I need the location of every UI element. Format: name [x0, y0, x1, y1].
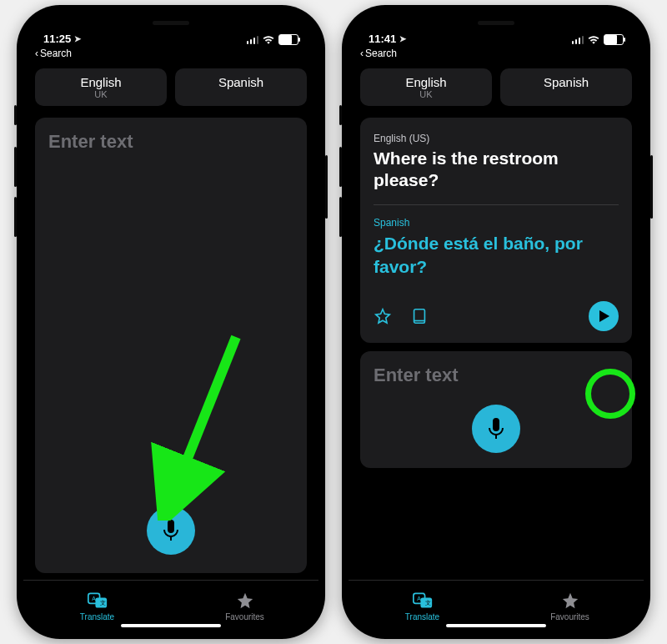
source-language-sublabel: UK	[364, 89, 489, 100]
phone-right: 11:41 ➤ ‹ Search English UK Spanish	[342, 5, 650, 639]
wifi-icon	[263, 35, 274, 44]
signal-icon	[572, 36, 584, 44]
chevron-left-icon: ‹	[35, 48, 38, 59]
star-outline-icon	[374, 307, 392, 325]
back-label: Search	[365, 48, 397, 59]
translation-card: English (US) Where is the restroom pleas…	[360, 118, 632, 343]
home-indicator[interactable]	[446, 624, 546, 628]
back-link[interactable]: ‹ Search	[349, 47, 644, 60]
language-selector-row: English UK Spanish	[349, 60, 644, 118]
input-panel[interactable]: Enter text	[35, 118, 307, 573]
dictionary-button[interactable]	[410, 307, 429, 325]
tab-translate-label: Translate	[405, 612, 439, 621]
target-language-label: Spanish	[504, 75, 629, 89]
target-lang-label: Spanish	[374, 217, 619, 229]
power-button[interactable]	[325, 155, 328, 219]
chevron-left-icon: ‹	[360, 48, 364, 59]
mute-switch[interactable]	[14, 105, 17, 125]
source-language-label: English	[38, 75, 163, 89]
star-icon	[235, 591, 255, 610]
translate-icon: A文	[413, 591, 433, 610]
svg-text:文: 文	[424, 600, 430, 606]
target-language-button[interactable]: Spanish	[500, 68, 632, 106]
book-icon	[410, 307, 429, 325]
screen: 11:25 ➤ ‹ Search English UK Spanish	[23, 12, 318, 632]
play-icon	[599, 310, 610, 322]
battery-icon	[604, 34, 624, 45]
tab-translate-label: Translate	[80, 612, 114, 621]
microphone-button[interactable]	[472, 405, 520, 453]
notch	[425, 12, 567, 33]
battery-icon	[278, 34, 298, 45]
status-icons	[247, 34, 299, 45]
translate-icon: A文	[88, 591, 108, 610]
source-language-label: English	[364, 75, 489, 89]
volume-up-button[interactable]	[339, 147, 342, 187]
svg-text:A: A	[92, 596, 96, 601]
divider	[374, 204, 619, 205]
source-language-button[interactable]: English UK	[360, 68, 492, 106]
location-icon: ➤	[74, 34, 81, 43]
volume-up-button[interactable]	[14, 147, 17, 187]
back-label: Search	[40, 48, 72, 59]
phone-left: 11:25 ➤ ‹ Search English UK Spanish	[17, 5, 325, 639]
status-icons	[572, 34, 624, 45]
svg-text:文: 文	[99, 600, 105, 606]
target-language-label: Spanish	[178, 75, 303, 89]
microphone-button[interactable]	[147, 506, 195, 555]
star-icon	[560, 591, 580, 610]
content-area: English (US) Where is the restroom pleas…	[349, 118, 644, 580]
input-placeholder: Enter text	[360, 351, 632, 400]
target-text: ¿Dónde está el baño, por favor?	[374, 232, 619, 278]
svg-text:A: A	[417, 596, 421, 601]
source-lang-label: English (US)	[374, 133, 619, 144]
notch	[100, 12, 242, 33]
target-language-sublabel	[178, 89, 303, 100]
back-link[interactable]: ‹ Search	[23, 47, 318, 60]
source-language-button[interactable]: English UK	[35, 68, 167, 106]
volume-down-button[interactable]	[14, 197, 17, 237]
home-indicator[interactable]	[121, 624, 221, 628]
input-panel[interactable]: Enter text	[360, 351, 632, 468]
status-time: 11:25	[43, 33, 71, 45]
favourite-button[interactable]	[374, 307, 392, 325]
language-selector-row: English UK Spanish	[23, 60, 318, 118]
tab-favourites-label: Favourites	[225, 612, 264, 621]
microphone-icon	[486, 417, 506, 440]
wifi-icon	[588, 35, 599, 44]
mute-switch[interactable]	[339, 105, 342, 125]
tab-favourites-label: Favourites	[550, 612, 589, 621]
target-language-button[interactable]: Spanish	[175, 68, 307, 106]
card-actions	[374, 301, 619, 331]
volume-down-button[interactable]	[339, 197, 342, 237]
target-language-sublabel	[504, 89, 629, 100]
source-text: Where is the restroom please?	[374, 148, 619, 192]
input-placeholder: Enter text	[35, 118, 307, 166]
status-time: 11:41	[369, 33, 396, 45]
location-icon: ➤	[399, 34, 406, 43]
microphone-icon	[161, 519, 181, 542]
signal-icon	[247, 36, 259, 44]
screen: 11:41 ➤ ‹ Search English UK Spanish	[349, 12, 644, 632]
source-language-sublabel: UK	[38, 89, 163, 100]
play-audio-button[interactable]	[589, 301, 619, 331]
content-area: Enter text	[23, 118, 318, 580]
power-button[interactable]	[650, 155, 653, 219]
